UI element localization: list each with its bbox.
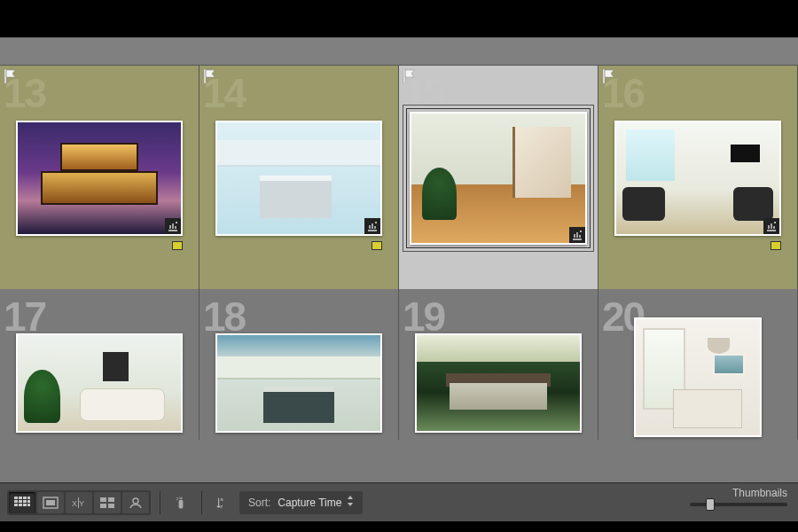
sort-direction-button[interactable]: az (211, 492, 234, 513)
thumbnail[interactable] (215, 333, 382, 433)
svg-rect-18 (108, 497, 114, 502)
grid-cell[interactable]: 13 (0, 66, 200, 289)
grid-cell[interactable]: 16 (598, 66, 798, 289)
pick-flag-icon[interactable] (403, 69, 415, 83)
color-label-yellow[interactable] (372, 241, 382, 250)
library-grid-view: 13 14 (0, 0, 798, 532)
svg-text:Y: Y (79, 499, 84, 508)
updown-arrows-icon (347, 496, 354, 509)
filter-bar-strip (0, 37, 798, 66)
grid-cell[interactable]: 19 (399, 289, 598, 440)
toolbar-divider (160, 491, 160, 514)
develop-adjust-badge-icon[interactable] (165, 218, 181, 234)
thumbnail-size-slider[interactable] (690, 503, 787, 506)
sort-selector[interactable]: Sort: Capture Time (239, 491, 363, 514)
svg-point-26 (177, 498, 178, 499)
svg-rect-13 (46, 500, 55, 505)
svg-rect-5 (19, 500, 22, 503)
develop-adjust-badge-icon[interactable] (763, 218, 779, 234)
svg-rect-2 (23, 497, 27, 499)
svg-rect-20 (108, 504, 114, 508)
svg-text:a: a (220, 496, 223, 502)
sort-value: Capture Time (278, 496, 354, 509)
view-mode-group: XY (7, 490, 151, 515)
thumbnails-label: Thumbnails (690, 487, 787, 499)
thumbnail[interactable] (634, 317, 762, 437)
svg-rect-10 (23, 504, 27, 506)
thumbnail[interactable] (410, 112, 587, 245)
color-label-yellow[interactable] (771, 241, 781, 250)
color-label-yellow[interactable] (172, 241, 183, 250)
svg-rect-23 (179, 497, 182, 498)
sort-label: Sort: (248, 497, 270, 509)
thumbnail[interactable] (415, 333, 582, 433)
grid-row: 13 14 (0, 66, 798, 289)
thumbnail[interactable] (16, 121, 183, 236)
svg-text:X: X (72, 499, 77, 508)
svg-rect-9 (19, 504, 22, 506)
window-bottom-black-bar (0, 521, 798, 532)
grid-row: 17 18 19 20 (0, 289, 798, 440)
grid-cell[interactable]: 17 (0, 289, 200, 440)
window-top-black-bar (0, 0, 798, 37)
grid-cell-selected[interactable]: 15 (399, 66, 598, 289)
toolbar-divider (201, 491, 202, 514)
svg-point-25 (176, 499, 177, 500)
svg-rect-8 (14, 504, 18, 506)
svg-rect-19 (100, 504, 106, 508)
svg-rect-6 (23, 500, 27, 503)
develop-adjust-badge-icon[interactable] (364, 218, 380, 234)
thumbnail[interactable] (215, 121, 382, 236)
svg-text:z: z (220, 503, 223, 509)
svg-rect-7 (27, 500, 30, 503)
svg-rect-3 (27, 497, 30, 499)
svg-rect-22 (179, 499, 184, 508)
grid-toolbar: XY az Sort: Capture Time (0, 482, 798, 521)
svg-rect-11 (27, 504, 30, 506)
thumbnail[interactable] (614, 121, 781, 236)
pick-flag-icon[interactable] (4, 69, 16, 83)
loupe-view-button[interactable] (37, 492, 64, 513)
grid-cell[interactable]: 14 (200, 66, 399, 289)
slider-knob[interactable] (706, 498, 715, 511)
survey-view-button[interactable] (94, 492, 121, 513)
compare-view-button[interactable]: XY (66, 492, 92, 513)
svg-rect-4 (14, 500, 18, 503)
svg-rect-1 (19, 497, 22, 499)
people-view-button[interactable] (122, 492, 149, 513)
svg-rect-0 (14, 497, 18, 499)
grid-view-button[interactable] (9, 492, 35, 513)
thumbnail[interactable] (16, 333, 183, 433)
pick-flag-icon[interactable] (203, 69, 215, 83)
thumbnail-size-control: Thumbnails (690, 487, 787, 506)
painter-tool-button[interactable] (169, 492, 192, 513)
svg-point-24 (176, 497, 177, 497)
svg-point-21 (133, 498, 138, 504)
thumbnail-grid: 13 14 (0, 66, 798, 482)
develop-adjust-badge-icon[interactable] (569, 227, 585, 243)
grid-cell[interactable]: 18 (200, 289, 399, 440)
svg-rect-17 (100, 497, 106, 502)
pick-flag-icon[interactable] (602, 69, 614, 83)
grid-cell[interactable]: 20 (598, 289, 798, 440)
